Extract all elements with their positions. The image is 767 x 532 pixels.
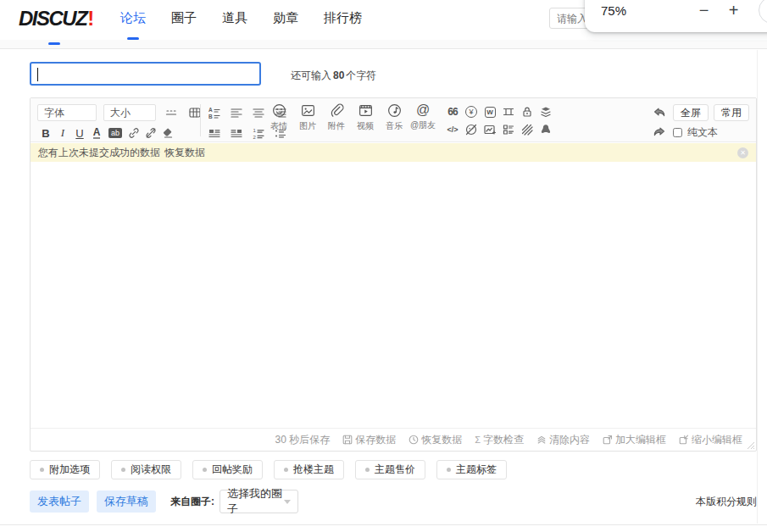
italic-icon[interactable]: I bbox=[54, 125, 71, 141]
tab-indicator bbox=[48, 42, 60, 45]
plaintext-label: 纯文本 bbox=[687, 125, 718, 140]
video-button[interactable]: 视频 bbox=[351, 103, 380, 132]
remove-link-icon[interactable] bbox=[142, 125, 159, 141]
credit-rules-link[interactable]: 本版积分规则 bbox=[696, 495, 757, 509]
message-body-area[interactable] bbox=[31, 162, 756, 428]
bottom-divider bbox=[0, 524, 767, 525]
option-thread-price[interactable]: 主题售价 bbox=[355, 460, 425, 479]
music-button[interactable]: 音乐 bbox=[380, 103, 409, 132]
restore-data-link[interactable]: 恢复数据 bbox=[164, 146, 205, 160]
font-color-icon[interactable]: A bbox=[88, 125, 105, 141]
paperclip-icon bbox=[329, 103, 345, 119]
quote-icon[interactable]: 66 bbox=[443, 103, 462, 120]
sigma-icon: Σ bbox=[475, 435, 481, 445]
toolbar-separator bbox=[200, 104, 201, 136]
option-dot-icon bbox=[203, 468, 207, 472]
image-icon bbox=[300, 103, 316, 119]
save-data-button[interactable]: 保存数据 bbox=[342, 433, 396, 447]
qq-penguin-icon[interactable] bbox=[536, 121, 555, 138]
publish-button[interactable]: 发表帖子 bbox=[30, 490, 89, 513]
subject-input[interactable] bbox=[30, 62, 261, 86]
bold-icon[interactable]: B bbox=[37, 125, 54, 141]
nav-item-props[interactable]: 道具 bbox=[216, 10, 253, 33]
fullscreen-button[interactable]: 全屏 bbox=[673, 104, 709, 121]
layers-icon[interactable] bbox=[536, 103, 555, 120]
image-edit-icon[interactable] bbox=[481, 121, 499, 138]
save-draft-button[interactable]: 保存草稿 bbox=[97, 490, 156, 513]
plaintext-checkbox[interactable] bbox=[673, 128, 682, 137]
shrink-editor-button[interactable]: 缩小编辑框 bbox=[679, 433, 742, 447]
circle-select-value: 选择我的圈子 bbox=[227, 486, 284, 517]
notice-text: 您有上次未提交成功的数据 bbox=[38, 146, 160, 160]
insert-table-icon[interactable] bbox=[186, 104, 203, 121]
price-icon[interactable]: ¥ bbox=[462, 103, 481, 120]
clear-content-button[interactable]: 清除内容 bbox=[536, 433, 590, 447]
music-icon bbox=[386, 103, 403, 119]
disable-smilies-icon[interactable] bbox=[462, 121, 481, 138]
attachment-button[interactable]: 附件 bbox=[322, 103, 351, 132]
zoom-level: 75% bbox=[601, 3, 626, 18]
insert-link-icon[interactable] bbox=[125, 125, 142, 141]
close-notice-icon[interactable]: ✕ bbox=[737, 147, 748, 158]
nav-item-ranking[interactable]: 排行榜 bbox=[318, 10, 368, 33]
mention-friend-button[interactable]: @ @朋友 bbox=[409, 103, 437, 132]
enlarge-editor-button[interactable]: 加大编辑框 bbox=[603, 433, 666, 447]
nav-item-circle[interactable]: 圈子 bbox=[165, 10, 203, 33]
yen-glyph: ¥ bbox=[465, 106, 477, 118]
circle-select[interactable]: 选择我的圈子 bbox=[220, 490, 298, 513]
text-caret bbox=[37, 68, 38, 81]
svg-text:A: A bbox=[208, 107, 213, 113]
font-family-select[interactable]: 字体 bbox=[37, 104, 97, 121]
emoticon-button[interactable]: 表情 bbox=[264, 103, 293, 132]
word-paste-icon[interactable]: W bbox=[481, 103, 499, 120]
underline-icon[interactable]: U bbox=[71, 125, 88, 141]
discuz-logo[interactable]: DISCUZ! bbox=[19, 7, 93, 30]
common-tools-button[interactable]: 常用 bbox=[714, 104, 749, 121]
zoom-reset-button[interactable]: 重置 bbox=[759, 0, 767, 24]
video-icon bbox=[358, 103, 374, 119]
svg-text:2: 2 bbox=[253, 135, 257, 140]
word-count-button[interactable]: Σ 字数检查 bbox=[475, 433, 524, 447]
option-floor-grab[interactable]: 抢楼主题 bbox=[274, 460, 344, 479]
pagination-icon[interactable] bbox=[499, 103, 518, 120]
float-left-icon[interactable] bbox=[206, 125, 223, 141]
hatch-background-icon[interactable] bbox=[518, 121, 536, 138]
horizontal-rule-icon[interactable] bbox=[163, 104, 180, 121]
align-left-icon[interactable] bbox=[228, 104, 245, 121]
option-thread-tags[interactable]: 主题标签 bbox=[436, 460, 507, 479]
resize-handle[interactable] bbox=[746, 441, 755, 450]
restore-data-notice: 您有上次未提交成功的数据 恢复数据 ✕ bbox=[31, 143, 756, 162]
from-circle-label: 来自圈子: bbox=[170, 495, 214, 509]
page-right-edge bbox=[757, 50, 758, 524]
nav-item-medal[interactable]: 勋章 bbox=[267, 10, 304, 33]
option-read-permission[interactable]: 阅读权限 bbox=[111, 460, 181, 479]
hidden-content-lock-icon[interactable] bbox=[518, 103, 536, 120]
logo-text: DISCUZ bbox=[19, 7, 86, 30]
svg-text:1: 1 bbox=[253, 128, 257, 133]
redo-icon[interactable] bbox=[651, 124, 668, 141]
editor-toolbar: 字体 大小 B I U A ab AB 12 bbox=[31, 98, 756, 142]
restore-data-button[interactable]: 恢复数据 bbox=[409, 433, 462, 447]
font-size-select[interactable]: 大小 bbox=[103, 104, 156, 121]
option-dot-icon bbox=[447, 468, 451, 472]
autosave-countdown: 30 秒后保存 bbox=[275, 433, 331, 447]
svg-text:B: B bbox=[208, 114, 213, 119]
line-height-icon[interactable]: AB bbox=[206, 104, 223, 121]
clock-icon bbox=[409, 435, 419, 445]
float-right-icon[interactable] bbox=[228, 125, 245, 141]
zoom-in-button[interactable]: + bbox=[722, 0, 745, 22]
zoom-out-button[interactable]: − bbox=[692, 0, 715, 22]
image-button[interactable]: 图片 bbox=[293, 103, 322, 132]
chevron-down-icon bbox=[284, 500, 291, 504]
undo-icon[interactable] bbox=[651, 104, 668, 121]
layout-template-icon[interactable] bbox=[499, 121, 518, 138]
nav-item-forum[interactable]: 论坛 bbox=[114, 10, 152, 33]
remove-format-icon[interactable] bbox=[159, 125, 176, 141]
highlight-color-icon[interactable]: ab bbox=[105, 125, 125, 141]
option-dot-icon bbox=[365, 468, 370, 472]
code-icon[interactable]: </> bbox=[443, 121, 462, 138]
option-extra-settings[interactable]: 附加选项 bbox=[30, 460, 100, 479]
advanced-icon-group: 66 ¥ W </> bbox=[443, 103, 555, 139]
char-counter-value: 80 bbox=[331, 69, 346, 81]
option-reply-reward[interactable]: 回帖奖励 bbox=[192, 460, 263, 479]
